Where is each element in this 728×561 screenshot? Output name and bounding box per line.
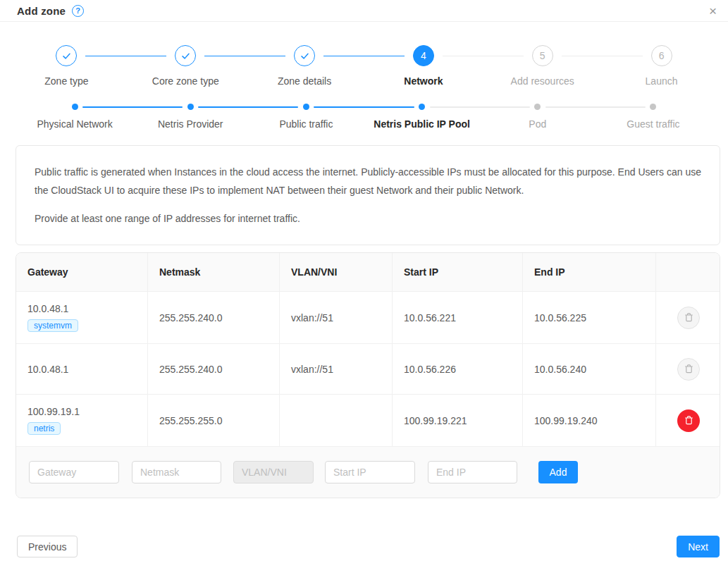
substep-netris-provider: Netris Provider [132, 104, 248, 130]
substep-dot [534, 104, 541, 110]
step-label: Zone details [278, 75, 331, 87]
cell-actions [656, 395, 720, 447]
cell-gateway: 100.99.19.1 netris [16, 395, 148, 447]
substep-dot [72, 104, 78, 110]
cell-end-ip: 10.0.56.240 [523, 344, 656, 395]
step-current-circle: 4 [413, 45, 434, 66]
step-label: Network [404, 75, 443, 87]
wizard-steps: Zone type Core zone type Zone details 4 … [0, 45, 728, 87]
substep-netris-public-ip-pool: Netris Public IP Pool [364, 104, 480, 130]
substep-connector [82, 106, 183, 108]
cell-end-ip: 100.99.19.240 [523, 395, 656, 447]
cell-netmask: 255.255.240.0 [148, 292, 280, 344]
cell-start-ip: 100.99.19.221 [393, 395, 523, 447]
step-label: Zone type [44, 75, 88, 87]
next-button[interactable]: Next [677, 536, 720, 557]
substep-label: Public traffic [279, 118, 333, 130]
add-range-form: Add [16, 447, 720, 498]
add-range-form-row: Add [16, 447, 720, 498]
netris-tag: netris [27, 422, 61, 435]
vlan-vni-input[interactable] [233, 461, 314, 483]
trash-icon [684, 415, 694, 426]
substep-connector [430, 106, 530, 108]
netmask-input[interactable] [132, 461, 221, 483]
start-ip-input[interactable] [325, 461, 415, 483]
public-traffic-info-box: Public traffic is generated when Instanc… [16, 145, 720, 245]
modal-header: Add zone ? × [0, 0, 728, 22]
close-icon[interactable]: × [705, 3, 721, 19]
step-zone-details: Zone details [245, 45, 364, 87]
table-row: 100.99.19.1 netris 255.255.255.0 100.99.… [16, 395, 720, 447]
header-netmask: Netmask [148, 253, 280, 292]
network-substeps: Physical Network Netris Provider Public … [0, 104, 728, 130]
step-finished-circle [294, 45, 315, 66]
step-connector [85, 56, 166, 56]
trash-icon [684, 312, 694, 323]
step-number: 5 [540, 50, 545, 61]
step-connector [562, 56, 643, 56]
substep-label: Guest traffic [627, 118, 679, 130]
header-vlan-vni: VLAN/VNI [280, 253, 393, 292]
delete-button-disabled[interactable] [677, 358, 700, 381]
check-icon [61, 51, 72, 61]
substep-public-traffic: Public traffic [248, 104, 364, 130]
substep-physical-network: Physical Network [17, 104, 132, 130]
gateway-value: 10.0.48.1 [27, 303, 136, 314]
step-number: 6 [659, 50, 665, 61]
cell-vlan: vxlan://51 [280, 344, 393, 395]
step-add-resources: 5 Add resources [483, 45, 602, 87]
substep-connector [314, 106, 414, 108]
cell-vlan [280, 395, 393, 447]
check-icon [300, 51, 310, 61]
step-finished-circle [56, 45, 77, 66]
header-start-ip: Start IP [393, 253, 523, 292]
substep-label: Pod [529, 118, 546, 130]
info-paragraph-1: Public traffic is generated when Instanc… [35, 163, 701, 199]
step-connector [443, 56, 524, 56]
previous-button[interactable]: Previous [17, 536, 78, 557]
substep-connector [198, 106, 298, 108]
step-wait-circle: 5 [532, 45, 553, 66]
add-button[interactable]: Add [538, 461, 578, 483]
end-ip-input[interactable] [428, 461, 517, 483]
step-connector [323, 56, 405, 56]
wizard-footer: Previous Next [0, 536, 728, 557]
header-actions [656, 253, 720, 292]
table-row: 10.0.48.1 255.255.240.0 vxlan://51 10.0.… [16, 344, 720, 395]
check-icon [180, 51, 191, 61]
delete-button[interactable] [677, 409, 700, 432]
page-title: Add zone [17, 5, 66, 17]
cell-gateway: 10.0.48.1 systemvm [16, 292, 148, 344]
substep-guest-traffic: Guest traffic [596, 104, 711, 130]
header-end-ip: End IP [523, 253, 656, 292]
substep-dot [650, 104, 656, 110]
cell-start-ip: 10.0.56.226 [393, 344, 523, 395]
table-header-row: Gateway Netmask VLAN/VNI Start IP End IP [16, 253, 720, 292]
step-label: Add resources [511, 75, 574, 87]
delete-button-disabled[interactable] [677, 307, 700, 329]
substep-dot [187, 104, 194, 110]
table-row: 10.0.48.1 systemvm 255.255.240.0 vxlan:/… [16, 292, 720, 344]
step-network: 4 Network [364, 45, 483, 87]
ip-range-table: Gateway Netmask VLAN/VNI Start IP End IP… [16, 252, 720, 498]
step-connector [204, 56, 285, 56]
step-wait-circle: 6 [651, 45, 672, 66]
step-zone-type: Zone type [7, 45, 126, 87]
step-core-zone-type: Core zone type [126, 45, 245, 87]
header-gateway: Gateway [16, 253, 148, 292]
help-icon[interactable]: ? [72, 5, 84, 17]
trash-icon [684, 364, 694, 374]
step-launch: 6 Launch [602, 45, 721, 87]
cell-netmask: 255.255.255.0 [148, 395, 280, 447]
cell-actions [656, 292, 720, 344]
systemvm-tag: systemvm [27, 319, 78, 332]
substep-connector [545, 106, 646, 108]
step-number: 4 [421, 50, 426, 61]
cell-end-ip: 10.0.56.225 [523, 292, 656, 344]
cell-vlan: vxlan://51 [280, 292, 393, 344]
info-paragraph-2: Provide at least one range of IP address… [35, 209, 701, 228]
gateway-input[interactable] [29, 461, 119, 483]
substep-pod: Pod [480, 104, 596, 130]
substep-dot [419, 104, 425, 110]
substep-dot [303, 104, 309, 110]
